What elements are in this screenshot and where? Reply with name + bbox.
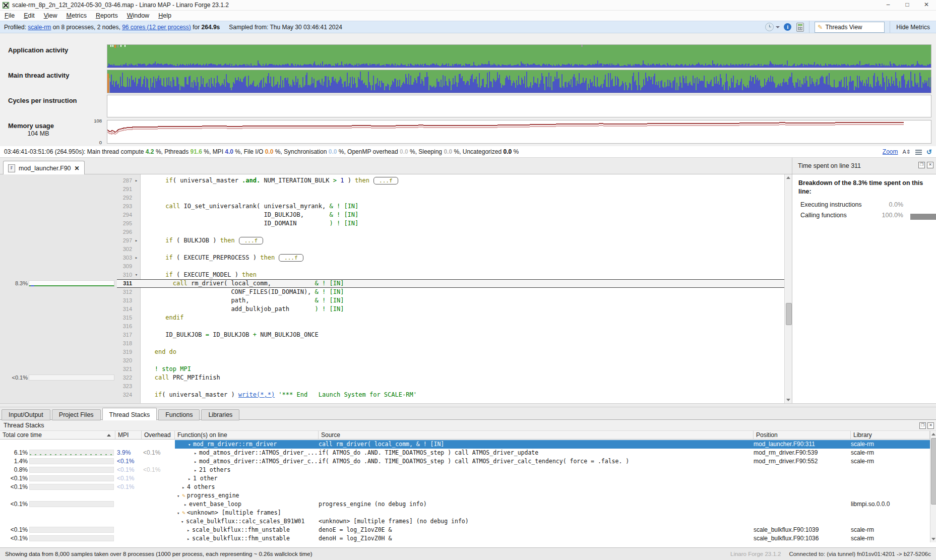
code-line-content[interactable]: 321 ! stop MPI [117, 365, 784, 374]
stack-row[interactable]: 0.8%<0.1%<0.1%▸21 others [0, 466, 930, 474]
expand-closed-icon[interactable]: ▸ [188, 475, 193, 483]
menu-reports[interactable]: Reports [91, 11, 122, 20]
code-line-content[interactable]: 310▾ if ( EXECUTE_MODEL ) then [117, 271, 784, 279]
hide-metrics-button[interactable]: Hide Metrics [890, 21, 936, 33]
close-panel-icon[interactable]: ✕ [927, 422, 934, 429]
menu-metrics[interactable]: Metrics [62, 11, 91, 20]
editor-scrollbar[interactable] [784, 174, 792, 403]
clock-icon[interactable] [765, 23, 774, 31]
float-panel-icon[interactable]: ❐ [918, 162, 925, 168]
code-line-content[interactable]: 322 call PRC_MPIfinish [117, 374, 784, 382]
stack-row[interactable]: <0.1%▸scale_bulkflux::fhm_unstabledenoE … [0, 526, 930, 534]
expand-closed-icon[interactable]: ▸ [187, 535, 192, 543]
code-line-content[interactable]: 311 call rm_driver( local_comm, & ! [IN] [117, 279, 784, 288]
fold-closed-icon[interactable]: ▸ [132, 254, 141, 262]
maximize-button[interactable]: □ [898, 0, 917, 10]
tab-functions[interactable]: Functions [158, 409, 200, 420]
fold-closed-icon[interactable]: ▸ [132, 236, 141, 245]
code-line-content[interactable]: 295 ID_DOMAIN ) ! [IN] [117, 219, 784, 228]
code-line-content[interactable]: 324 if( universal_master ) write(*,*) '*… [117, 391, 784, 399]
code-line-content[interactable]: 303▸ if ( EXECUTE_PREPROCESS ) then...f [117, 254, 784, 262]
close-panel-icon[interactable]: ✕ [927, 162, 933, 168]
code-line-content[interactable]: 312 CONF_FILES(ID_DOMAIN), & ! [IN] [117, 288, 784, 296]
text-select-icon[interactable]: A⇕ [903, 149, 911, 155]
stack-row[interactable]: <0.1%▸event_base_loopprogress_engine (no… [0, 500, 930, 509]
info-icon[interactable]: i [784, 23, 791, 31]
code-line-content[interactable]: 320 [117, 356, 784, 365]
stack-row[interactable]: ▾scale_bulkflux::calc_scales_B91W01<unkn… [0, 517, 930, 526]
tab-thread-stacks[interactable]: Thread Stacks [102, 408, 157, 420]
column-header-source[interactable]: Source [319, 431, 754, 439]
scroll-down-icon[interactable] [786, 399, 790, 401]
code-line-content[interactable]: 291 [117, 185, 784, 194]
expand-open-icon[interactable]: ▾ [177, 509, 182, 517]
metric-list-icon[interactable] [915, 149, 922, 155]
fold-closed-icon[interactable]: ▸ [132, 176, 141, 185]
stacks-scrollbar[interactable] [930, 431, 936, 542]
column-header-function-s-on-line[interactable]: Function(s) on line [175, 431, 319, 439]
tab-project-files[interactable]: Project Files [52, 409, 101, 420]
main-activity-chart[interactable] [107, 70, 931, 93]
code-line-content[interactable]: 323 [117, 382, 784, 391]
code-line-content[interactable]: 296 [117, 228, 784, 236]
expand-closed-icon[interactable]: ▸ [187, 526, 192, 534]
collapsed-code-box[interactable]: ...f [239, 237, 264, 244]
code-line-content[interactable]: 309 [117, 262, 784, 271]
code-line-content[interactable]: 294 ID_BULKJOB, & ! [IN] [117, 211, 784, 219]
menu-edit[interactable]: Edit [19, 11, 39, 20]
menu-view[interactable]: View [39, 11, 62, 20]
zoom-link[interactable]: Zoom [883, 148, 898, 155]
expand-closed-icon[interactable]: ▸ [194, 458, 199, 466]
expand-open-icon[interactable]: ▾ [181, 518, 186, 526]
code-line-content[interactable]: 319 end do [117, 348, 784, 356]
minimize-button[interactable]: – [879, 0, 898, 10]
calculator-icon[interactable] [796, 23, 804, 32]
chevron-down-icon[interactable] [776, 26, 780, 28]
expand-closed-icon[interactable]: ▸ [194, 449, 199, 457]
menu-file[interactable]: File [0, 11, 19, 20]
stack-row[interactable]: 6.1%3.9%<0.1%▸mod_atmos_driver::ATMOS_dr… [0, 449, 930, 457]
editor-scrollbar-thumb[interactable] [786, 303, 792, 325]
stack-row[interactable]: <0.1%<0.1%▸1 other [0, 474, 930, 483]
column-header-position[interactable]: Position [754, 431, 851, 439]
memory-activity-chart[interactable] [107, 120, 931, 144]
menu-help[interactable]: Help [154, 11, 176, 20]
code-line-content[interactable]: 287▸ if( universal_master .and. NUM_ITER… [117, 176, 784, 185]
column-header-library[interactable]: Library [851, 431, 930, 439]
column-header-total-core-time[interactable]: Total core time [0, 431, 115, 439]
close-button[interactable]: ✕ [917, 0, 936, 10]
tab-input-output[interactable]: Input/Output [2, 409, 50, 420]
code-line-content[interactable]: 318 [117, 339, 784, 348]
scroll-down-icon[interactable] [931, 538, 935, 540]
app-name-link[interactable]: scale-rm [28, 24, 51, 31]
view-mode-combo[interactable]: ✎ Threads View [815, 22, 885, 33]
column-header-mpi[interactable]: MPI [115, 431, 142, 439]
stack-row[interactable]: ▾mod_rm_driver::rm_drivercall rm_driver(… [0, 440, 930, 449]
float-panel-icon[interactable]: ❐ [919, 422, 926, 429]
expand-closed-icon[interactable]: ▸ [182, 483, 187, 491]
expand-closed-icon[interactable]: ▸ [194, 466, 199, 474]
code-line-content[interactable]: 292 [117, 194, 784, 202]
reset-zoom-icon[interactable]: ↺ [926, 148, 932, 156]
expand-open-icon[interactable]: ▾ [177, 492, 182, 500]
close-tab-icon[interactable]: ✕ [75, 165, 80, 172]
menu-window[interactable]: Window [122, 11, 154, 20]
stack-row[interactable]: <0.1%<0.1%▸4 others [0, 483, 930, 491]
empty-activity-chart[interactable] [107, 95, 931, 117]
stack-row[interactable]: ▾✎<unknown> [multiple frames] [0, 509, 930, 517]
editor-tab-mod-launcher[interactable]: F mod_launcher.F90 ✕ [3, 161, 85, 175]
code-line-content[interactable]: 317 ID_BULKJOB = ID_BULKJOB + NUM_BULKJO… [117, 331, 784, 339]
stack-row[interactable]: <0.1%▸scale_bulkflux::fhm_unstabledenoH … [0, 534, 930, 543]
scroll-up-icon[interactable] [931, 433, 935, 435]
code-line-content[interactable]: 316 [117, 322, 784, 331]
code-line-content[interactable]: 293 call IO_set_universalrank( universal… [117, 202, 784, 211]
collapsed-code-box[interactable]: ...f [373, 177, 398, 184]
stack-row[interactable]: 1.4%<0.1%▸mod_atmos_driver::ATMOS_driver… [0, 457, 930, 466]
code-line-content[interactable]: 297▸ if ( BULKJOB ) then...f [117, 236, 784, 245]
code-line-content[interactable]: 313 path, & ! [IN] [117, 296, 784, 305]
expand-open-icon[interactable]: ▾ [188, 441, 193, 449]
code-line-content[interactable]: 314 add_bulkjob_path ) ! [IN] [117, 305, 784, 314]
cores-link[interactable]: 96 cores (12 per process) [122, 24, 191, 31]
stack-row[interactable]: ▾✎progress_engine [0, 491, 930, 500]
app-activity-chart[interactable] [107, 44, 931, 68]
